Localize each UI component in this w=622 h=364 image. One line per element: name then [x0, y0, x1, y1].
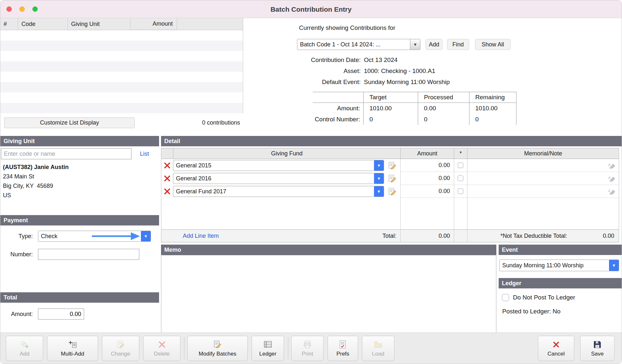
line-amount[interactable]: 0.00	[400, 185, 454, 198]
event-header: Event	[499, 245, 622, 255]
column-header-number[interactable]: #	[0, 18, 18, 30]
change-button[interactable]: Change	[102, 336, 139, 361]
summary-amount-target: 1010.00	[363, 103, 418, 114]
delete-line-icon[interactable]	[164, 175, 170, 182]
line-amount[interactable]: 0.00	[400, 172, 454, 185]
giving-unit-address-line: Big City, KY 45689	[3, 181, 68, 191]
giving-fund-select[interactable]: General Fund 2017 ▾	[173, 186, 384, 197]
fund-edit-icon[interactable]	[388, 187, 396, 196]
save-button[interactable]: Save	[580, 336, 615, 361]
line-memorial-note[interactable]	[467, 185, 619, 198]
memorial-icon[interactable]	[608, 187, 616, 196]
customize-list-display-button[interactable]: Customize List Display	[4, 117, 135, 128]
button-label: Delete	[154, 351, 170, 357]
list-row	[0, 51, 243, 61]
ledger-button[interactable]: Ledger	[252, 336, 284, 361]
batch-fields: Contribution Date: Oct 13 2024 Asset: 10…	[247, 55, 450, 88]
prefs-icon	[338, 340, 347, 349]
giving-unit-address-line: 234 Main St	[3, 172, 68, 181]
asset-row: Asset: 1000: Checking - 1000.A1	[247, 66, 450, 77]
memo-input[interactable]	[161, 255, 496, 335]
fund-edit-icon[interactable]	[388, 174, 396, 183]
payment-number-label: Number:	[0, 249, 33, 260]
batch-add-button[interactable]: Add	[426, 39, 442, 50]
default-event-label: Default Event:	[247, 79, 361, 86]
payment-type-select[interactable]: Check ▾	[38, 231, 151, 242]
default-event-row: Default Event: Sunday Morning 11:00 Wors…	[247, 77, 450, 88]
event-value: Sunday Morning 11:00 Worship	[500, 260, 609, 271]
detail-table-header: Giving Fund Amount * Memorial/Note	[161, 148, 619, 159]
asset-value: 1000: Checking - 1000.A1	[364, 67, 435, 75]
detail-row: General 2015 ▾ 0.00	[161, 159, 619, 172]
detail-footer-left: Add Line Item Total:	[161, 230, 400, 242]
column-header-amount[interactable]: Amount	[131, 18, 177, 30]
currently-showing-label: Currently showing Contributions for	[299, 24, 395, 31]
window-title: Batch Contribution Entry	[0, 0, 622, 18]
detail-table-footer: Add Line Item Total: 0.00 *Not Tax Deduc…	[161, 229, 619, 242]
batch-contribution-entry-window: Batch Contribution Entry # Code Giving U…	[0, 0, 622, 364]
list-row	[0, 92, 243, 103]
payment-type-value: Check	[38, 231, 141, 241]
batch-show-all-button[interactable]: Show All	[475, 39, 511, 50]
line-amount[interactable]: 0.00	[400, 159, 454, 172]
detail-row: General Fund 2017 ▾ 0.00	[161, 185, 619, 198]
print-icon	[303, 340, 312, 349]
giving-unit-list-link[interactable]: List	[140, 148, 149, 159]
chevron-down-icon[interactable]: ▾	[609, 260, 619, 271]
giving-fund-select[interactable]: General 2016 ▾	[173, 173, 384, 184]
detail-header: Detail	[161, 136, 622, 146]
add-line-item-link[interactable]: Add Line Item	[183, 233, 219, 239]
not-tax-deductible-checkbox[interactable]	[458, 188, 463, 194]
chevron-down-icon[interactable]: ▾	[410, 39, 420, 50]
ledger-header: Ledger	[499, 278, 622, 288]
line-memorial-note[interactable]	[467, 172, 619, 185]
giving-fund-value: General 2015	[173, 160, 374, 171]
batch-select[interactable]: Batch Code 1 - Oct 14 2024: ... ▾	[297, 39, 420, 50]
delete-line-icon[interactable]	[164, 188, 170, 195]
bottom-toolbar: Add Multi-Add Change Delete Modify Batch…	[0, 333, 622, 364]
memorial-icon[interactable]	[608, 161, 616, 170]
add-button[interactable]: Add	[6, 336, 43, 361]
not-tax-deductible-checkbox[interactable]	[458, 176, 463, 181]
load-button[interactable]: Load	[362, 336, 394, 361]
not-tax-deductible-checkbox[interactable]	[458, 163, 463, 168]
delete-button[interactable]: Delete	[143, 336, 180, 361]
star-cell	[454, 185, 467, 198]
column-header-code[interactable]: Code	[18, 18, 68, 30]
do-not-post-row: Do Not Post To Ledger	[502, 294, 575, 301]
print-button[interactable]: Print	[291, 336, 324, 361]
cancel-button[interactable]: Cancel	[538, 336, 574, 361]
button-label: Load	[372, 351, 384, 357]
total-amount-input[interactable]	[38, 309, 84, 320]
payment-number-input[interactable]	[38, 249, 139, 260]
chevron-down-icon[interactable]: ▾	[374, 173, 384, 184]
detail-total-value: 0.00	[400, 230, 454, 242]
delete-line-icon[interactable]	[164, 162, 170, 169]
fund-edit-icon[interactable]	[388, 161, 396, 170]
chevron-down-icon[interactable]: ▾	[374, 160, 384, 171]
delete-icon	[157, 340, 167, 349]
summary-amount-label: Amount:	[313, 103, 363, 114]
column-header-giving-unit[interactable]: Giving Unit	[68, 18, 131, 30]
event-select[interactable]: Sunday Morning 11:00 Worship ▾	[499, 260, 619, 271]
cancel-icon	[552, 340, 561, 349]
contribution-date-row: Contribution Date: Oct 13 2024	[247, 55, 450, 66]
multi-add-button[interactable]: Multi-Add	[47, 336, 98, 361]
button-label: Modify Batches	[199, 351, 236, 357]
contributions-list-header: # Code Giving Unit Amount	[0, 18, 243, 30]
giving-fund-value: General Fund 2017	[173, 186, 374, 197]
giving-unit-search-input[interactable]	[1, 148, 131, 159]
modify-batches-button[interactable]: Modify Batches	[187, 336, 248, 361]
memorial-icon[interactable]	[608, 174, 616, 183]
batch-find-button[interactable]: Find	[447, 39, 469, 50]
giving-fund-select[interactable]: General 2015 ▾	[173, 160, 384, 171]
list-row	[0, 103, 243, 113]
do-not-post-checkbox[interactable]	[502, 294, 509, 301]
chevron-down-icon[interactable]: ▾	[141, 231, 151, 241]
line-memorial-note[interactable]	[467, 159, 619, 172]
change-icon	[116, 340, 125, 349]
chevron-down-icon[interactable]: ▾	[374, 186, 384, 197]
add-icon	[20, 340, 29, 349]
prefs-button[interactable]: Prefs	[328, 336, 358, 361]
button-label: Multi-Add	[61, 351, 84, 357]
